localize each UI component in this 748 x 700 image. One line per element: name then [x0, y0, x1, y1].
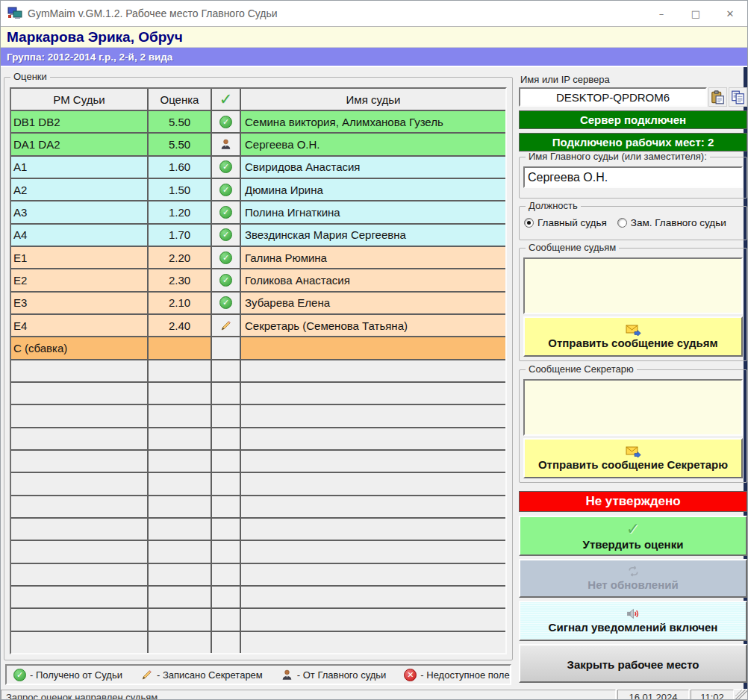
- pm-cell: DB1 DB2: [11, 111, 149, 132]
- judge-name-cell: [241, 587, 505, 607]
- resize-grip[interactable]: [735, 690, 747, 700]
- send-mail-icon: [626, 446, 641, 457]
- server-input[interactable]: [519, 87, 707, 107]
- paste-icon: [711, 90, 725, 104]
- table-row: [11, 587, 505, 609]
- table-row: [11, 360, 505, 383]
- table-row: A2 1.50 ✓ Дюмина Ирина: [11, 179, 505, 201]
- minimize-button[interactable]: –: [644, 1, 679, 26]
- pm-cell: [11, 587, 149, 607]
- refresh-icon: [626, 566, 641, 577]
- send-message-judges-button[interactable]: Отправить сообщение судьям: [523, 316, 743, 357]
- copy-button[interactable]: [729, 87, 747, 107]
- status-cell: [212, 428, 241, 449]
- radio-button-icon: [524, 218, 534, 228]
- close-button[interactable]: ✕: [713, 1, 747, 26]
- paste-button[interactable]: [708, 87, 727, 107]
- score-cell: [149, 451, 212, 472]
- received-from-judge-icon: ✓: [219, 251, 232, 264]
- judge-name-cell: [241, 609, 505, 630]
- score-cell: 1.60: [149, 157, 212, 178]
- workplaces-status-bar: Подключено рабочих мест: 2: [519, 133, 747, 151]
- judge-name-cell: [241, 428, 505, 449]
- title-bar: GymMaim v.GM.1.2. Рабочее место Главного…: [1, 1, 747, 26]
- received-from-judge-icon: ✓: [219, 228, 232, 241]
- column-header-score: Оценка: [149, 89, 212, 110]
- radio-button-icon: [617, 218, 627, 228]
- score-cell: [149, 473, 212, 494]
- status-cell: ✓: [212, 269, 241, 290]
- maximize-button[interactable]: □: [679, 1, 713, 26]
- message-judges-label: Сообщение судьям: [526, 243, 619, 253]
- score-cell: [149, 383, 212, 404]
- radio-chief-judge[interactable]: Главный судья: [524, 217, 607, 228]
- status-cell: ✓: [212, 293, 241, 313]
- judge-name-cell: Секретарь (Семенова Татьяна): [241, 315, 505, 336]
- close-workplace-button[interactable]: Закрыть рабочее место: [519, 644, 747, 683]
- status-cell: [212, 383, 241, 404]
- judge-name-input[interactable]: [523, 166, 743, 188]
- table-row: [11, 609, 505, 631]
- scores-groupbox: Оценки РМ Судьи Оценка ✓ Имя судьи DB1 D…: [4, 77, 513, 660]
- status-cell: [212, 360, 241, 381]
- status-cell: ✓: [212, 225, 241, 246]
- notification-signal-button[interactable]: Сигнал уведомлений включен: [519, 601, 747, 641]
- received-from-judge-icon: ✓: [219, 184, 232, 196]
- pm-cell: [11, 428, 149, 449]
- approve-scores-button[interactable]: ✓ Утвердить оценки: [519, 516, 747, 556]
- table-row: [11, 428, 505, 451]
- pm-cell: С (сбавка): [11, 337, 149, 358]
- pm-cell: A2: [11, 179, 149, 200]
- received-from-judge-icon: ✓: [219, 274, 232, 287]
- judge-name-cell: [241, 405, 505, 426]
- send-message-secretary-label: Отправить сообщение Секретарю: [538, 458, 728, 471]
- judge-name-cell: [241, 564, 505, 585]
- position-group-label: Должность: [526, 201, 581, 211]
- pm-cell: [11, 496, 149, 517]
- judge-name-cell: Полина Игнаткина: [241, 201, 505, 222]
- server-status-bar: Сервер подключен: [519, 110, 747, 129]
- pm-cell: [11, 360, 149, 381]
- window-title: GymMaim v.GM.1.2. Рабочее место Главного…: [28, 7, 278, 19]
- table-row: A4 1.70 ✓ Звездинская Мария Сергеевна: [11, 225, 505, 247]
- judge-name-cell: Звездинская Мария Сергеевна: [241, 225, 505, 246]
- no-updates-button[interactable]: Нет обновлений: [519, 559, 747, 598]
- pm-cell: E4: [11, 315, 149, 336]
- legend-item-label: - Недоступное поле: [420, 669, 509, 681]
- score-cell: [149, 564, 212, 585]
- pm-cell: [11, 564, 149, 585]
- notification-signal-label: Сигнал уведомлений включен: [549, 621, 718, 634]
- table-row: [11, 496, 505, 519]
- pm-cell: A1: [11, 157, 149, 178]
- message-judges-textarea[interactable]: [523, 257, 743, 314]
- judge-name-cell: [241, 632, 505, 653]
- workplaces-status-text: Подключено рабочих мест: 2: [552, 136, 714, 149]
- radio-label: Зам. Главного судьи: [631, 217, 726, 228]
- athlete-band: Маркарова Эрика, Обруч: [1, 26, 747, 48]
- message-secretary-textarea[interactable]: [523, 379, 743, 436]
- radio-deputy-chief-judge[interactable]: Зам. Главного судьи: [617, 217, 726, 228]
- table-row: [11, 451, 505, 473]
- pm-cell: DA1 DA2: [11, 134, 149, 154]
- send-message-secretary-button[interactable]: Отправить сообщение Секретарю: [523, 438, 743, 478]
- scores-table: РМ Судьи Оценка ✓ Имя судьи DB1 DB2 5.50…: [10, 87, 507, 654]
- message-judges-groupbox: Сообщение судьям Отправить сообщение суд…: [519, 248, 747, 361]
- status-cell: [212, 632, 241, 653]
- score-cell: 2.20: [149, 247, 212, 268]
- legend-item: - От Главного судьи: [281, 669, 387, 681]
- status-cell: ✓: [212, 179, 241, 200]
- column-header-name: Имя судьи: [241, 89, 505, 110]
- athlete-name: Маркарова Эрика, Обруч: [7, 29, 183, 46]
- pm-cell: [11, 541, 149, 562]
- judge-name-cell: Галина Рюмина: [241, 247, 505, 268]
- score-cell: 1.20: [149, 201, 212, 222]
- table-row: [11, 632, 505, 653]
- table-row: A1 1.60 ✓ Свиридова Анастасия: [11, 157, 505, 179]
- pm-cell: [11, 451, 149, 472]
- send-mail-icon: [626, 325, 641, 336]
- judge-name-cell: [241, 496, 505, 517]
- judge-name-cell: [241, 360, 505, 381]
- status-cell: [212, 315, 241, 336]
- message-secretary-label: Сообщение Секретарю: [526, 364, 637, 375]
- received-from-judge-icon: ✓: [219, 116, 232, 128]
